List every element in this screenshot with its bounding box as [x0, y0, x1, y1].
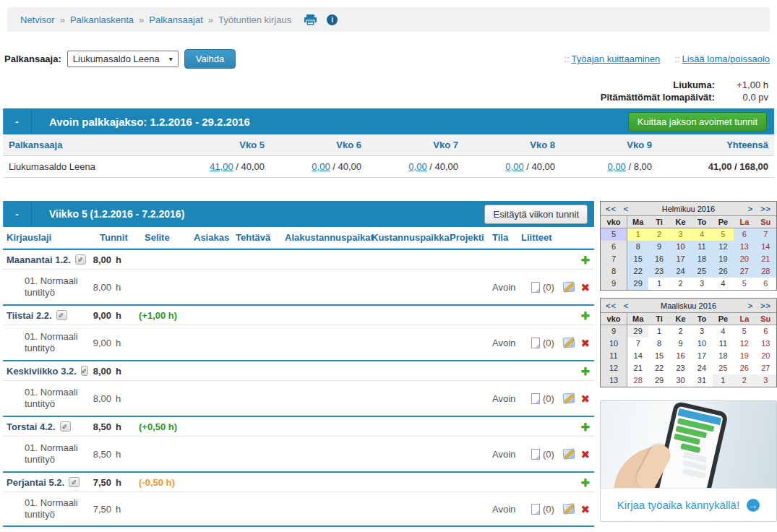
prev-year-button[interactable]: << — [606, 205, 617, 213]
calendar-day-cell[interactable]: 23 — [670, 362, 691, 374]
edit-day-icon[interactable]: ✎ — [69, 477, 80, 487]
week-number-cell[interactable]: 12 — [601, 362, 627, 374]
calendar-day-cell[interactable]: 31 — [691, 374, 712, 387]
calendar-day-cell[interactable]: 2 — [670, 278, 691, 290]
calendar-day-cell[interactable]: 28 — [627, 374, 648, 387]
calendar-day-cell[interactable]: 4 — [713, 325, 734, 338]
add-entry-icon[interactable]: ✚ — [580, 477, 590, 488]
breadcrumb-item[interactable]: Palkanlaskenta — [70, 14, 134, 25]
info-icon[interactable]: i — [327, 14, 338, 25]
calendar-day-cell[interactable]: 4 — [713, 278, 734, 290]
calendar-day-cell[interactable]: 13 — [734, 241, 755, 253]
calendar-day-cell[interactable]: 4 — [691, 228, 712, 241]
week-hours-link[interactable]: 0,00 — [608, 161, 626, 172]
calendar-day-cell[interactable]: 25 — [691, 265, 712, 278]
calendar-day-cell[interactable]: 23 — [648, 265, 669, 278]
calendar-day-cell[interactable]: 24 — [670, 265, 691, 278]
calendar-day-cell[interactable]: 18 — [691, 253, 712, 265]
calendar-day-cell[interactable]: 13 — [755, 338, 776, 350]
calendar-day-cell[interactable]: 16 — [648, 253, 669, 265]
print-icon[interactable] — [304, 14, 317, 25]
document-icon[interactable] — [531, 338, 540, 348]
calendar-day-cell[interactable]: 2 — [734, 374, 755, 387]
week-hours-link[interactable]: 0,00 — [408, 161, 426, 172]
next-month-button[interactable]: > — [748, 301, 753, 310]
week-number-cell[interactable]: 13 — [601, 374, 627, 387]
breadcrumb-item[interactable]: Netvisor — [20, 14, 55, 25]
week-number-cell[interactable]: 9 — [601, 325, 627, 338]
delete-entry-icon[interactable]: ✖ — [580, 338, 590, 348]
breadcrumb-item[interactable]: Palkansaajat — [149, 14, 202, 25]
confirm-note-icon[interactable] — [563, 448, 575, 459]
confirm-period-hours-button[interactable]: Kuittaa jakson avoimet tunnit — [628, 112, 767, 132]
calendar-day-cell[interactable]: 29 — [627, 325, 648, 338]
calendar-day-cell[interactable]: 12 — [734, 338, 755, 350]
calendar-day-cell[interactable]: 2 — [670, 325, 691, 338]
confirm-note-icon[interactable] — [563, 392, 575, 403]
calendar-day-cell[interactable]: 19 — [734, 350, 755, 362]
calendar-day-cell[interactable]: 15 — [627, 253, 648, 265]
calendar-day-cell[interactable]: 29 — [627, 278, 648, 290]
add-entry-icon[interactable]: ✚ — [580, 254, 590, 265]
confirm-note-icon[interactable] — [563, 337, 575, 348]
add-entry-icon[interactable]: ✚ — [580, 366, 590, 377]
calendar-day-cell[interactable]: 16 — [670, 350, 691, 362]
calendar-day-cell[interactable]: 18 — [713, 350, 734, 362]
calendar-day-cell[interactable]: 6 — [755, 278, 776, 290]
calendar-day-cell[interactable]: 27 — [734, 265, 755, 278]
calendar-day-cell[interactable]: 6 — [734, 228, 755, 241]
edit-day-icon[interactable]: ✎ — [81, 366, 88, 376]
prefill-week-hours-button[interactable]: Esitäytä viikon tunnit — [484, 205, 588, 224]
calendar-day-cell[interactable]: 26 — [734, 362, 755, 374]
delete-entry-icon[interactable]: ✖ — [580, 449, 590, 460]
change-employee-button[interactable]: Vaihda — [184, 49, 236, 69]
week-number-cell[interactable]: 11 — [601, 350, 627, 362]
calendar-day-cell[interactable]: 3 — [691, 325, 712, 338]
prev-year-button[interactable]: << — [606, 301, 617, 310]
calendar-day-cell[interactable]: 15 — [648, 350, 669, 362]
calendar-day-cell[interactable]: 11 — [691, 241, 712, 253]
calendar-day-cell[interactable]: 6 — [755, 325, 776, 338]
edit-day-icon[interactable]: ✎ — [56, 310, 67, 320]
calendar-day-cell[interactable]: 27 — [755, 362, 776, 374]
confirm-note-icon[interactable] — [563, 503, 575, 514]
calendar-day-cell[interactable]: 9 — [670, 338, 691, 350]
calendar-day-cell[interactable]: 8 — [648, 338, 669, 350]
calendar-day-cell[interactable]: 10 — [670, 241, 691, 253]
calendar-day-cell[interactable]: 2 — [648, 228, 669, 241]
calendar-day-cell[interactable]: 3 — [691, 278, 712, 290]
week-number-cell[interactable]: 10 — [601, 338, 627, 350]
week-number-cell[interactable]: 8 — [601, 265, 627, 278]
week-number-cell[interactable]: 9 — [601, 278, 627, 290]
week-number-cell[interactable]: 6 — [601, 241, 627, 253]
calendar-day-cell[interactable]: 9 — [648, 241, 669, 253]
calendar-day-cell[interactable]: 10 — [691, 338, 712, 350]
calendar-day-cell[interactable]: 1 — [713, 374, 734, 387]
document-icon[interactable] — [531, 393, 540, 404]
prev-month-button[interactable]: < — [624, 301, 629, 310]
calendar-day-cell[interactable]: 7 — [627, 338, 648, 350]
delete-entry-icon[interactable]: ✖ — [580, 393, 590, 404]
delete-entry-icon[interactable]: ✖ — [580, 282, 590, 293]
calendar-day-cell[interactable]: 3 — [755, 374, 776, 387]
calendar-day-cell[interactable]: 12 — [713, 241, 734, 253]
calendar-day-cell[interactable]: 1 — [648, 278, 669, 290]
add-vacation-link[interactable]: Lisää loma/poissaolo — [682, 53, 770, 64]
edit-day-icon[interactable]: ✎ — [75, 254, 86, 265]
calendar-day-cell[interactable]: 21 — [755, 253, 776, 265]
calendar-day-cell[interactable]: 17 — [670, 253, 691, 265]
employee-select[interactable]: Liukumasaldo Leena ▾ — [67, 51, 179, 67]
calendar-day-cell[interactable]: 22 — [648, 362, 669, 374]
week-hours-link[interactable]: 0,00 — [505, 161, 523, 172]
calendar-day-cell[interactable]: 14 — [627, 350, 648, 362]
calendar-day-cell[interactable]: 1 — [627, 228, 648, 241]
calendar-day-cell[interactable]: 17 — [691, 350, 712, 362]
document-icon[interactable] — [531, 449, 540, 460]
edit-day-icon[interactable]: ✎ — [60, 421, 71, 432]
calendar-day-cell[interactable]: 28 — [755, 265, 776, 278]
calendar-day-cell[interactable]: 5 — [734, 325, 755, 338]
next-month-button[interactable]: > — [748, 205, 753, 213]
calendar-day-cell[interactable]: 20 — [734, 253, 755, 265]
calendar-day-cell[interactable]: 19 — [713, 253, 734, 265]
prev-month-button[interactable]: < — [624, 205, 629, 213]
